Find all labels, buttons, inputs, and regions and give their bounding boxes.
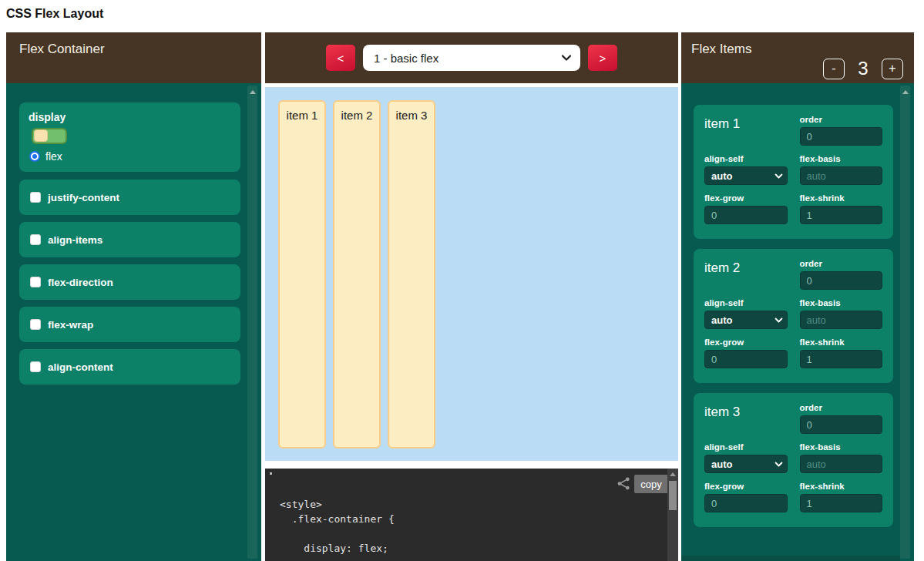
item-3-flex-grow-field: flex-grow — [704, 482, 788, 512]
scroll-up-icon — [250, 90, 256, 94]
item-2-order-input[interactable] — [800, 271, 883, 290]
display-flex-radio-row: flex — [29, 150, 62, 163]
flex-items-panel-body: item 1 order align-self auto flex-basis — [681, 83, 914, 561]
flex-preview-item-3: item 3 — [388, 100, 435, 448]
flex-wrap-checkbox[interactable] — [30, 319, 41, 330]
item-3-order-field: order — [800, 403, 883, 434]
order-label: order — [800, 259, 883, 268]
flex-wrap-label: flex-wrap — [48, 319, 93, 331]
flex-shrink-label: flex-shrink — [800, 482, 883, 491]
item-2-flex-grow-field: flex-grow — [704, 338, 788, 368]
justify-content-checkbox[interactable] — [30, 192, 41, 203]
flex-items-panel-header: Flex Items - 3 + — [681, 32, 914, 83]
property-card-flex-wrap: flex-wrap — [19, 307, 240, 342]
code-line: .flex-container { — [280, 512, 395, 526]
flex-container-panel-title: Flex Container — [19, 42, 105, 56]
display-toggle-knob — [34, 129, 48, 142]
item-3-flex-basis-input[interactable] — [800, 455, 883, 473]
right-panel-scrollbar[interactable] — [900, 86, 910, 559]
items-count: 3 — [852, 58, 874, 79]
scroll-up-icon — [670, 472, 676, 476]
item-2-order-field: order — [800, 259, 883, 290]
property-card-align-content: align-content — [19, 349, 240, 385]
code-line: display: flex; — [280, 541, 395, 556]
item-1-flex-basis-input[interactable] — [800, 166, 883, 185]
item-2-align-self-select[interactable]: auto — [704, 311, 788, 329]
item-1-flex-shrink-input[interactable] — [800, 206, 883, 224]
previous-example-button[interactable]: < — [326, 45, 355, 71]
item-1-order-input[interactable] — [800, 127, 883, 146]
flex-direction-checkbox[interactable] — [30, 277, 41, 287]
property-card-justify-content: justify-content — [19, 180, 240, 215]
flex-preview-item-2: item 2 — [333, 100, 381, 448]
item-2-flex-basis-input[interactable] — [800, 311, 883, 329]
align-content-checkbox[interactable] — [30, 361, 41, 372]
code-panel-scrollbar[interactable] — [667, 469, 678, 561]
page-title: CSS Flex Layout — [6, 7, 103, 21]
share-icon[interactable] — [617, 476, 631, 491]
order-label: order — [800, 403, 883, 412]
example-select-wrap: 1 - basic flex — [363, 45, 580, 71]
flex-container-panel-header: Flex Container — [6, 32, 261, 83]
remove-item-button[interactable]: - — [823, 59, 845, 79]
item-3-flex-shrink-input[interactable] — [800, 494, 883, 512]
flex-basis-label: flex-basis — [800, 442, 883, 452]
item-3-card: item 3 order align-self auto flex-basis — [694, 393, 893, 527]
example-select[interactable]: 1 - basic flex — [363, 45, 580, 71]
display-property-card: display flex — [19, 102, 240, 172]
display-property-label: display — [29, 111, 66, 123]
flex-container-panel-body: display flex justify-content align-items… — [6, 83, 261, 561]
justify-content-label: justify-content — [48, 192, 119, 203]
items-counter: - 3 + — [823, 58, 903, 79]
item-3-align-self-field: align-self auto — [704, 442, 788, 473]
flex-grow-label: flex-grow — [704, 338, 788, 347]
example-nav-header: < 1 - basic flex > — [265, 32, 678, 83]
flex-basis-label: flex-basis — [800, 298, 883, 307]
copy-code-button[interactable]: copy — [634, 475, 668, 493]
item-1-align-self-field: align-self auto — [704, 154, 788, 185]
flex-radio-button[interactable] — [29, 151, 40, 162]
align-self-label: align-self — [704, 442, 788, 452]
code-panel: <style> .flex-container { display: flex;… — [265, 469, 678, 561]
item-2-card: item 2 order align-self auto flex-basis — [694, 249, 893, 383]
code-panel-dot — [270, 472, 272, 475]
item-1-card: item 1 order align-self auto flex-basis — [694, 105, 893, 239]
item-1-title: item 1 — [704, 115, 788, 146]
align-items-label: align-items — [48, 234, 102, 246]
code-line: <style> — [280, 497, 395, 512]
flex-grow-label: flex-grow — [704, 193, 788, 203]
scroll-up-icon — [902, 90, 909, 94]
item-3-flex-shrink-field: flex-shrink — [800, 482, 883, 512]
flex-items-panel: Flex Items - 3 + item 1 order align-self… — [681, 32, 914, 561]
item-1-align-self-select[interactable]: auto — [704, 166, 788, 185]
flex-container-panel: Flex Container display flex justify-cont… — [6, 32, 261, 561]
display-toggle[interactable] — [32, 128, 67, 144]
flex-preview-container: item 1 item 2 item 3 — [265, 87, 678, 461]
property-card-align-items: align-items — [19, 222, 240, 257]
align-self-label: align-self — [704, 154, 788, 163]
item-1-flex-grow-field: flex-grow — [704, 193, 788, 224]
flex-basis-label: flex-basis — [800, 154, 883, 163]
flex-shrink-label: flex-shrink — [800, 193, 883, 203]
item-2-align-self-field: align-self auto — [704, 298, 788, 329]
align-items-checkbox[interactable] — [30, 234, 41, 245]
next-example-button[interactable]: > — [588, 45, 617, 71]
right-panel-horizontal-scrollbar[interactable] — [681, 556, 900, 561]
item-1-order-field: order — [800, 115, 883, 146]
item-3-order-input[interactable] — [800, 415, 883, 434]
align-content-label: align-content — [48, 361, 113, 373]
item-2-flex-grow-input[interactable] — [704, 350, 788, 368]
flex-grow-label: flex-grow — [704, 482, 788, 491]
item-2-flex-shrink-input[interactable] — [800, 350, 883, 368]
item-3-align-self-select[interactable]: auto — [704, 455, 788, 473]
item-2-flex-shrink-field: flex-shrink — [800, 338, 883, 368]
item-1-flex-basis-field: flex-basis — [800, 154, 883, 185]
item-2-flex-basis-field: flex-basis — [800, 298, 883, 329]
order-label: order — [800, 115, 883, 124]
item-3-flex-grow-input[interactable] — [704, 494, 788, 512]
left-panel-scrollbar[interactable] — [247, 86, 257, 559]
property-card-flex-direction: flex-direction — [19, 264, 240, 300]
scrollbar-thumb[interactable] — [669, 481, 677, 510]
item-1-flex-grow-input[interactable] — [704, 206, 788, 224]
add-item-button[interactable]: + — [882, 59, 903, 79]
